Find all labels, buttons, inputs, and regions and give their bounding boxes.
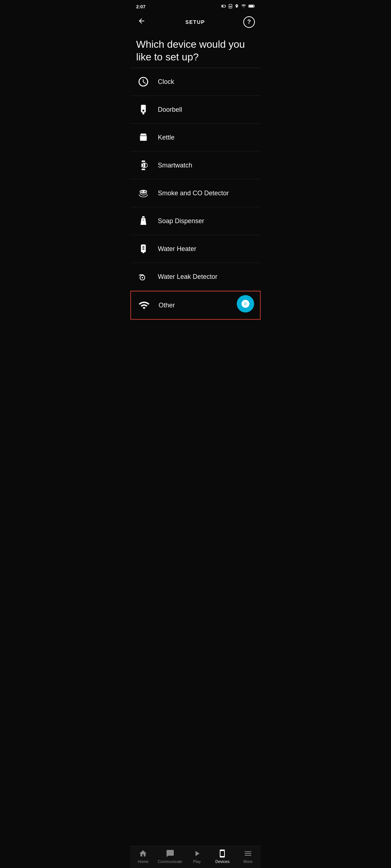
alexa-button[interactable] [237,295,254,312]
svg-point-15 [143,191,144,192]
smartwatch-icon [136,158,151,173]
device-name-soap-dispenser: Soap Dispenser [158,217,204,225]
device-name-water-leak-detector: Water Leak Detector [158,273,217,281]
battery-full-icon [248,4,255,9]
list-item[interactable]: Doorbell [130,96,261,124]
list-item[interactable]: Clock [130,68,261,96]
list-item-other[interactable]: Other [130,291,261,320]
list-item[interactable]: Kettle [130,124,261,152]
page-heading: Which device would you like to set up? [130,32,261,68]
list-item[interactable]: Smoke and CO Detector [130,179,261,207]
water-leak-icon [136,269,151,284]
svg-rect-8 [254,6,255,7]
smoke-detector-icon [136,186,151,200]
clock-icon [136,75,151,89]
device-list: Clock Doorbell Kettle Smartwatch [130,68,261,349]
device-name-doorbell: Doorbell [158,106,182,114]
doorbell-icon [136,102,151,117]
list-item[interactable]: Water Heater [130,235,261,263]
svg-rect-20 [142,252,144,253]
battery-low-icon [221,4,226,10]
svg-rect-2 [222,5,223,7]
svg-rect-16 [141,244,146,252]
status-icons [221,4,255,10]
help-button[interactable]: ? [243,16,255,28]
svg-rect-4 [230,6,230,7]
water-heater-icon [136,242,151,256]
location-icon [235,4,239,10]
device-name-water-heater: Water Heater [158,245,196,253]
svg-rect-5 [231,6,231,7]
svg-rect-3 [229,4,232,8]
status-time: 2:07 [136,4,146,9]
list-item[interactable]: Smartwatch [130,152,261,179]
device-name-clock: Clock [158,78,174,86]
device-list-container: Clock Doorbell Kettle Smartwatch [130,68,261,320]
header: SETUP ? [130,12,261,32]
list-item[interactable]: Water Leak Detector [130,263,261,291]
svg-rect-6 [230,7,231,7]
page-title-label: SETUP [185,19,205,25]
device-name-smartwatch: Smartwatch [158,162,192,169]
svg-point-22 [142,277,143,278]
soap-dispenser-icon [136,214,151,228]
sim-icon [228,4,233,10]
svg-rect-1 [226,6,226,7]
device-name-kettle: Kettle [158,134,175,141]
device-name-other: Other [159,302,175,309]
kettle-icon [136,130,151,145]
wifi-icon [241,4,247,9]
back-button[interactable] [136,16,147,29]
svg-point-11 [142,110,144,111]
status-bar: 2:07 [130,0,261,12]
list-item[interactable]: Soap Dispenser [130,207,261,235]
other-icon [137,298,151,312]
svg-rect-12 [142,112,144,114]
svg-rect-9 [249,5,253,7]
device-name-smoke-detector: Smoke and CO Detector [158,190,229,197]
